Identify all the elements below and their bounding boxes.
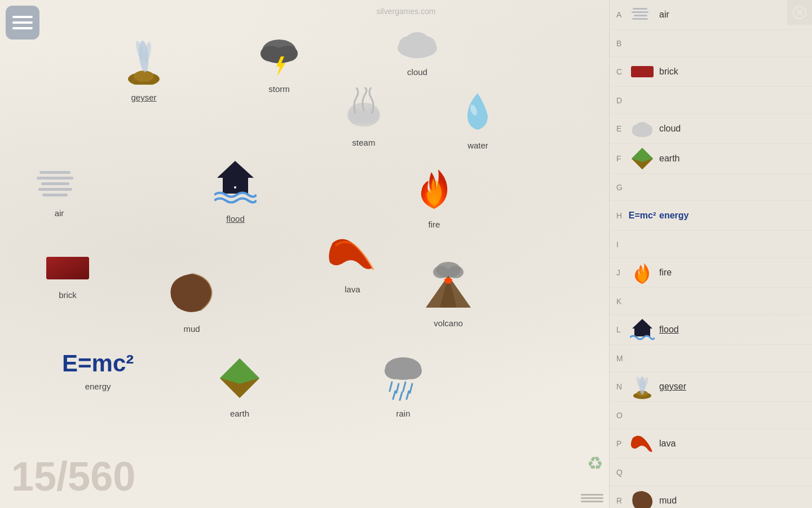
sidebar-letter-g: G <box>616 183 630 192</box>
sidebar-item-mud[interactable]: R mud <box>610 486 812 508</box>
sidebar-item-fire[interactable]: J fire <box>610 258 812 288</box>
sidebar-lava-icon <box>630 431 655 456</box>
svg-line-51 <box>393 391 395 399</box>
sidebar-item-air[interactable]: A air <box>610 0 812 30</box>
sidebar-list: A air B C brick <box>610 0 812 508</box>
svg-rect-28 <box>38 188 72 191</box>
element-air[interactable]: air <box>37 167 82 218</box>
sidebar-item-geyser[interactable]: N geyser <box>610 372 812 402</box>
sidebar-letter-h: H <box>616 211 630 220</box>
sidebar-item-g: G <box>610 174 812 201</box>
svg-rect-26 <box>37 177 73 179</box>
sidebar-letter-f: F <box>616 154 630 163</box>
svg-point-23 <box>349 111 378 126</box>
sidebar-item-b: B <box>610 30 812 57</box>
svg-point-62 <box>636 122 649 133</box>
element-steam[interactable]: steam <box>344 87 383 147</box>
sidebar-item-brick[interactable]: C brick <box>610 57 812 87</box>
sidebar-air-icon <box>630 2 655 27</box>
scroll-indicators <box>581 494 603 502</box>
sidebar-cloud-label: cloud <box>659 124 681 134</box>
sidebar-letter-p: P <box>616 439 630 448</box>
sidebar-air-label: air <box>659 10 669 20</box>
sidebar-flood-icon <box>630 317 655 342</box>
sidebar-letter-m: M <box>616 354 630 363</box>
recycle-icon[interactable]: ♻ <box>587 453 603 474</box>
sidebar-item-earth[interactable]: F earth <box>610 144 812 174</box>
sidebar-energy-icon: E=mc² <box>630 203 655 228</box>
sidebar-energy-label: energy <box>659 211 689 221</box>
sidebar-item-m: M <box>610 345 812 372</box>
sidebar-item-lava[interactable]: P lava <box>610 429 812 459</box>
sidebar-earth-label: earth <box>659 154 679 164</box>
element-lava-label: lava <box>345 284 360 294</box>
svg-rect-27 <box>41 182 69 185</box>
element-rain[interactable]: rain <box>381 353 426 418</box>
sidebar-item-cloud[interactable]: E cloud <box>610 114 812 144</box>
svg-line-47 <box>390 382 392 391</box>
svg-point-38 <box>448 266 464 278</box>
element-volcano[interactable]: volcano <box>423 260 474 328</box>
storm-icon <box>259 34 299 82</box>
svg-line-52 <box>400 392 402 400</box>
sidebar-item-flood[interactable]: L flood <box>610 315 812 345</box>
element-mud[interactable]: mud <box>166 271 217 334</box>
element-geyser-label: geyser <box>131 93 156 102</box>
element-flood[interactable]: flood <box>214 158 257 224</box>
element-geyser[interactable]: geyser <box>124 40 164 102</box>
sidebar-earth-icon <box>630 146 655 171</box>
sidebar-letter-k: K <box>616 297 630 306</box>
sidebar-cloud-icon <box>630 116 655 141</box>
element-flood-label: flood <box>226 214 245 224</box>
svg-rect-29 <box>42 194 68 196</box>
lava-icon <box>327 231 378 282</box>
svg-point-7 <box>134 71 154 82</box>
svg-rect-57 <box>632 18 648 20</box>
sidebar-geyser-label: geyser <box>659 382 686 392</box>
svg-point-46 <box>401 362 422 379</box>
sidebar-geyser-icon <box>630 374 655 399</box>
element-water-label: water <box>467 141 488 150</box>
sidebar-letter-q: Q <box>616 468 630 477</box>
element-mud-label: mud <box>183 324 200 334</box>
earth-icon <box>217 356 262 406</box>
rain-icon <box>381 353 426 406</box>
sidebar-item-d: D <box>610 87 812 114</box>
mud-icon <box>166 271 217 322</box>
element-water[interactable]: water <box>462 90 493 150</box>
svg-point-37 <box>433 266 449 278</box>
sidebar-letter-i: I <box>616 240 630 249</box>
volcano-icon <box>423 260 474 316</box>
fire-icon <box>414 164 454 217</box>
svg-rect-56 <box>634 15 647 16</box>
element-storm[interactable]: storm <box>259 34 299 94</box>
air-icon <box>37 167 82 206</box>
element-brick[interactable]: brick <box>45 254 90 300</box>
element-earth[interactable]: earth <box>217 356 262 418</box>
sidebar-letter-e: E <box>616 124 630 133</box>
svg-rect-55 <box>632 11 648 13</box>
sidebar-letter-n: N <box>616 382 630 391</box>
svg-line-49 <box>403 382 405 391</box>
svg-rect-35 <box>46 257 89 279</box>
element-rain-label: rain <box>396 409 410 418</box>
sidebar-item-energy[interactable]: H E=mc² energy <box>610 201 812 231</box>
steam-icon <box>344 87 383 135</box>
sidebar-mud-label: mud <box>659 496 677 506</box>
element-fire[interactable]: fire <box>414 164 454 229</box>
element-lava[interactable]: lava <box>327 231 378 294</box>
progress-counter: 15/560 <box>11 456 135 497</box>
element-energy[interactable]: E=mc² energy <box>62 350 134 391</box>
element-cloud[interactable]: cloud <box>395 28 440 77</box>
sidebar-brick-label: brick <box>659 67 678 77</box>
cloud-icon <box>395 28 440 65</box>
energy-icon: E=mc² <box>62 350 134 377</box>
svg-marker-30 <box>217 161 254 178</box>
sidebar-flood-label: flood <box>659 325 679 335</box>
sidebar-mud-icon <box>630 488 655 508</box>
sidebar-fire-label: fire <box>659 268 672 278</box>
geyser-icon <box>124 40 164 90</box>
svg-line-48 <box>396 384 399 393</box>
sidebar-letter-c: C <box>616 67 630 76</box>
svg-marker-66 <box>632 319 652 329</box>
